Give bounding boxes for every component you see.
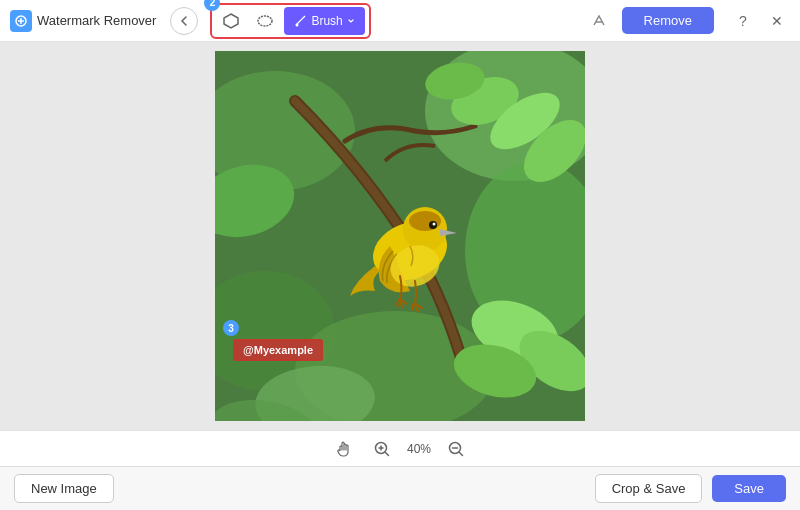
bottom-toolbar: 40% bbox=[0, 430, 800, 466]
svg-point-23 bbox=[409, 211, 441, 231]
crop-save-button[interactable]: Crop & Save bbox=[595, 474, 703, 503]
help-button[interactable]: ? bbox=[730, 8, 756, 34]
app-logo: Watermark Remover bbox=[10, 10, 156, 32]
polygon-tool-button[interactable] bbox=[216, 7, 246, 35]
back-button[interactable] bbox=[170, 7, 198, 35]
zoom-in-button[interactable] bbox=[369, 438, 395, 460]
watermark-text[interactable]: @Myexample bbox=[233, 339, 323, 361]
brush-tool-button[interactable]: Brush bbox=[284, 7, 364, 35]
remove-button[interactable]: Remove bbox=[622, 7, 714, 34]
svg-marker-3 bbox=[224, 14, 238, 28]
svg-point-5 bbox=[296, 24, 299, 27]
main-content: 3 @Myexample bbox=[0, 42, 800, 430]
bird-image: 3 @Myexample bbox=[215, 51, 585, 421]
image-container: 3 @Myexample bbox=[215, 51, 585, 421]
save-button[interactable]: Save bbox=[712, 475, 786, 502]
titlebar-actions: ? ✕ bbox=[730, 8, 790, 34]
hand-tool-button[interactable] bbox=[331, 438, 357, 460]
titlebar: Watermark Remover 2 Brush bbox=[0, 0, 800, 42]
app-title: Watermark Remover bbox=[37, 13, 156, 28]
svg-line-32 bbox=[385, 452, 388, 455]
tool-group: 2 Brush bbox=[210, 3, 370, 39]
brush-label: Brush bbox=[311, 14, 342, 28]
lasso-tool-button[interactable] bbox=[250, 7, 280, 35]
zoom-level: 40% bbox=[407, 442, 431, 456]
zoom-out-button[interactable] bbox=[443, 438, 469, 460]
watermark-number-badge: 3 bbox=[223, 320, 239, 336]
erase-button[interactable] bbox=[586, 7, 614, 35]
footer: New Image Crop & Save Save bbox=[0, 466, 800, 510]
svg-point-4 bbox=[258, 16, 272, 26]
new-image-button[interactable]: New Image bbox=[14, 474, 114, 503]
footer-right: Crop & Save Save bbox=[595, 474, 786, 503]
svg-line-35 bbox=[460, 452, 463, 455]
svg-point-26 bbox=[433, 223, 436, 226]
close-button[interactable]: ✕ bbox=[764, 8, 790, 34]
app-logo-icon bbox=[10, 10, 32, 32]
